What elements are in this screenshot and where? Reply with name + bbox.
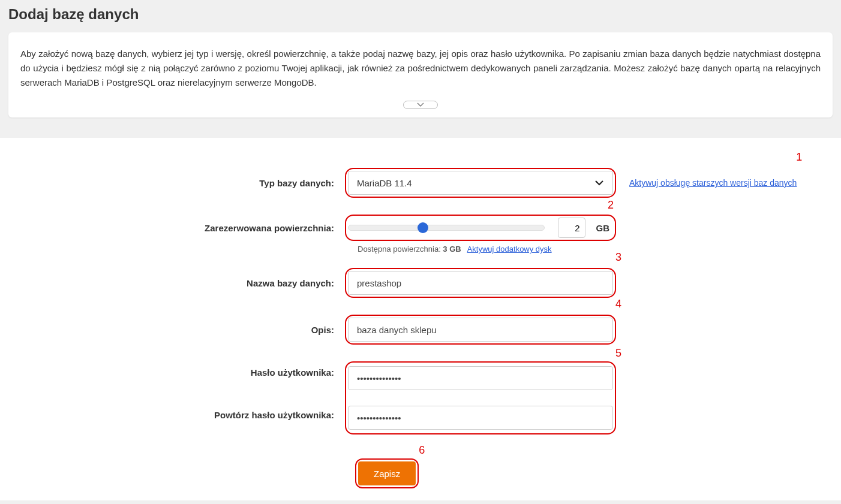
additional-disk-link[interactable]: Aktywuj dodatkowy dysk <box>467 245 552 253</box>
chevron-down-icon <box>594 180 604 186</box>
annotation-1: 1 <box>796 151 802 164</box>
slider-thumb[interactable] <box>418 222 428 233</box>
reserved-space-unit: GB <box>596 223 610 233</box>
reserved-space-value[interactable] <box>558 218 585 238</box>
db-name-label: Nazwa bazy danych: <box>0 278 345 288</box>
reserved-space-label: Zarezerwowana powierzchnia: <box>0 223 345 233</box>
expand-button[interactable] <box>403 101 438 109</box>
legacy-versions-link[interactable]: Aktywuj obsługę starszych wersji baz dan… <box>629 178 797 188</box>
form-panel: Typ bazy danych: 1 MariaDB 11.4 Aktywuj … <box>0 138 841 500</box>
password-input[interactable] <box>348 366 613 390</box>
password-repeat-label: Powtórz hasło użytkownika: <box>0 410 345 420</box>
reserved-space-slider[interactable] <box>348 225 545 231</box>
db-type-label: Typ bazy danych: <box>0 178 345 188</box>
description-label: Opis: <box>0 325 345 335</box>
password-repeat-input[interactable] <box>348 406 613 430</box>
annotation-4: 4 <box>615 298 621 310</box>
annotation-6: 6 <box>419 444 425 457</box>
annotation-3: 3 <box>615 251 621 264</box>
available-space-hint: Dostępna powierzchnia: 3 GB <box>358 245 461 253</box>
password-label: Hasło użytkownika: <box>0 361 345 378</box>
save-button[interactable]: Zapisz <box>358 461 416 485</box>
info-description: Aby założyć nową bazę danych, wybierz je… <box>20 47 821 90</box>
db-type-value: MariaDB 11.4 <box>357 178 412 188</box>
annotation-5: 5 <box>615 347 621 360</box>
info-card: Aby założyć nową bazę danych, wybierz je… <box>8 32 833 117</box>
page-title: Dodaj bazę danych <box>8 6 833 23</box>
description-input[interactable] <box>348 318 613 342</box>
db-type-select[interactable]: MariaDB 11.4 <box>348 171 613 195</box>
chevron-down-icon <box>417 102 424 107</box>
annotation-2: 2 <box>608 199 614 212</box>
db-name-input[interactable] <box>348 271 613 295</box>
